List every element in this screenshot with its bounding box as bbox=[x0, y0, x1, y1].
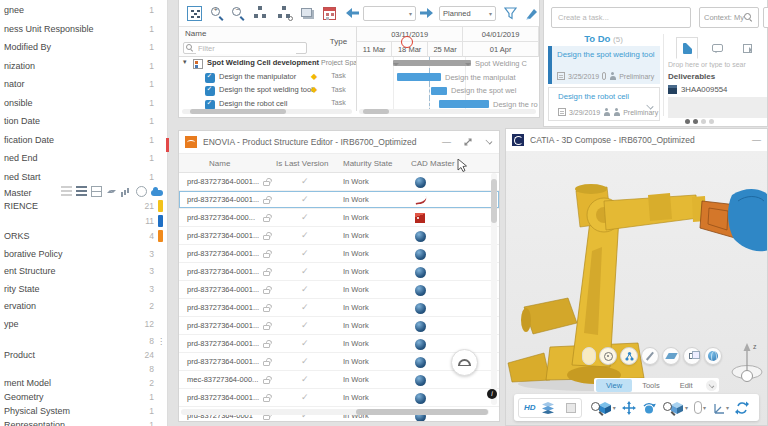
zoom-out-icon[interactable]: − bbox=[231, 6, 245, 20]
facet-row[interactable]: RIENCE 21 bbox=[0, 198, 167, 213]
update-icon[interactable] bbox=[735, 401, 749, 415]
assignees-settings-icon[interactable] bbox=[277, 6, 291, 20]
deliverable-drop-area[interactable] bbox=[668, 97, 767, 118]
overflow-kebab-icon[interactable]: ⋮ bbox=[157, 337, 165, 346]
facet-row[interactable]: onsible 1 bbox=[0, 94, 167, 113]
part-name[interactable]: prd-83727364-0001... bbox=[187, 177, 259, 186]
context-search-field[interactable]: Context: My bbox=[699, 7, 759, 28]
ghost-render-icon[interactable] bbox=[566, 403, 576, 413]
assistant-cloud-button[interactable] bbox=[451, 349, 478, 376]
table-row[interactable]: prd-83727364-000... ✓ In Work bbox=[179, 209, 499, 227]
task-title[interactable]: Design the spot welding tool bbox=[557, 50, 658, 59]
facet-row[interactable]: 11 bbox=[0, 213, 167, 228]
filter-icon[interactable] bbox=[504, 7, 517, 20]
layers-icon[interactable] bbox=[301, 7, 314, 19]
next-period-button[interactable] bbox=[420, 8, 433, 18]
section-button[interactable] bbox=[662, 347, 680, 365]
facet-row[interactable]: nator 1 bbox=[0, 75, 167, 94]
facet-row[interactable]: Geometry 1 bbox=[0, 390, 167, 404]
part-name[interactable]: prd-83727364-0001... bbox=[187, 231, 259, 240]
pagination-dot[interactable] bbox=[701, 119, 706, 124]
facet-row[interactable]: ness Unit Responsible 1 bbox=[0, 20, 167, 39]
gantt-bar[interactable] bbox=[431, 87, 447, 95]
zoom-icon[interactable] bbox=[662, 401, 664, 415]
gantt-bar[interactable] bbox=[439, 100, 489, 108]
part-name[interactable]: prd-83727364-0001... bbox=[187, 357, 259, 366]
drag-handle[interactable] bbox=[582, 347, 596, 365]
part-name[interactable]: prd-83727364-0001... bbox=[187, 339, 259, 348]
collapse-chevron-icon[interactable] bbox=[485, 138, 493, 146]
filter-input[interactable] bbox=[196, 43, 296, 54]
rotate-icon[interactable] bbox=[642, 401, 656, 415]
scrollbar-thumb[interactable] bbox=[190, 109, 286, 114]
chart-view-icon[interactable] bbox=[121, 186, 132, 197]
part-name[interactable]: prd-83727364-0001... bbox=[187, 195, 259, 204]
search-icon[interactable] bbox=[744, 13, 754, 23]
filter-field[interactable] bbox=[183, 42, 307, 54]
tab-view[interactable]: View bbox=[596, 379, 632, 392]
cloud-view-icon[interactable] bbox=[151, 190, 163, 196]
facet-row[interactable]: gnee 1 bbox=[0, 1, 167, 20]
facet-row[interactable]: rity State 3 bbox=[0, 280, 167, 298]
table-row[interactable]: prd-83727364-0001... ✓ In Work bbox=[179, 335, 499, 353]
part-name[interactable]: prd-83727364-0001... bbox=[187, 267, 259, 276]
table-row[interactable]: prd-83727364-0001... ✓ In Work bbox=[179, 281, 499, 299]
pagination-dot[interactable] bbox=[693, 119, 698, 124]
measure-button[interactable] bbox=[641, 347, 659, 365]
scrollbar-thumb[interactable] bbox=[491, 179, 497, 223]
tabs-collapse-icon[interactable] bbox=[706, 380, 717, 391]
part-name[interactable]: prd-83727364-0001... bbox=[187, 249, 259, 258]
table-row[interactable]: prd-83727364-0001... ✓ In Work bbox=[179, 227, 499, 245]
facet-row[interactable]: fication Date 1 bbox=[0, 131, 167, 150]
duplicate-button[interactable] bbox=[683, 347, 701, 365]
tab-tools[interactable]: Tools bbox=[632, 379, 670, 392]
table-row[interactable]: prd-83727364-0001... ✓ In Work bbox=[179, 317, 499, 335]
gantt-bar[interactable] bbox=[393, 60, 471, 66]
facet-row[interactable]: ment Model 2 bbox=[0, 376, 167, 390]
name-column-header[interactable]: Name bbox=[185, 29, 206, 38]
tab-edit[interactable]: Edit bbox=[670, 379, 703, 392]
table-row[interactable]: prd-83727364-0001... ✓ In Work bbox=[179, 191, 499, 209]
3d-viewport[interactable]: z View Tools Edit HD bbox=[506, 151, 767, 425]
facet-row[interactable]: ervation 2 bbox=[0, 298, 167, 316]
facet-row[interactable]: tion Date 1 bbox=[0, 112, 167, 131]
pagination-dot[interactable] bbox=[709, 119, 714, 124]
scrollbar-thumb[interactable] bbox=[363, 109, 389, 114]
assignees-tree-icon[interactable] bbox=[253, 6, 267, 20]
task-name[interactable]: Design the manipulator bbox=[219, 72, 296, 81]
minimize-button[interactable]: — bbox=[442, 137, 451, 147]
facet-row[interactable]: Representation 1 bbox=[0, 418, 167, 426]
table-row[interactable]: prd-83727364-0001... ✓ In Work bbox=[179, 173, 499, 191]
deliverable-item[interactable]: 3HAA009554 bbox=[668, 83, 767, 96]
facet-row[interactable]: Product 24 bbox=[0, 348, 167, 362]
clipped-toolbar-button[interactable] bbox=[763, 7, 768, 28]
facet-row[interactable]: nization 1 bbox=[0, 57, 167, 76]
task-title[interactable]: Design the robot cell bbox=[558, 92, 657, 101]
todo-task-card[interactable]: Design the spot welding tool 3/25/2019 P… bbox=[548, 46, 660, 84]
column-header-maturity-state[interactable]: Maturity State bbox=[343, 159, 392, 168]
environment-button[interactable] bbox=[704, 347, 722, 365]
globe-view-icon[interactable] bbox=[136, 186, 147, 197]
tab-share[interactable] bbox=[736, 37, 758, 59]
task-name[interactable]: Spot Welding Cell development bbox=[207, 58, 319, 67]
minimize-button[interactable]: — bbox=[752, 135, 761, 145]
facet-row[interactable]: Physical System 1 bbox=[0, 404, 167, 418]
expand-button[interactable] bbox=[463, 137, 473, 147]
table-row[interactable]: prd-83727364-0001... ✓ In Work bbox=[179, 263, 499, 281]
tab-deliverables[interactable] bbox=[676, 37, 698, 59]
table-view-icon[interactable] bbox=[91, 186, 102, 197]
drop-zone-hint[interactable]: Drop here or type to sear bbox=[668, 61, 765, 68]
table-row[interactable]: mec-83727364-000... ✓ In Work bbox=[179, 371, 499, 389]
timeline-scrollbar[interactable] bbox=[359, 109, 536, 114]
facet-row[interactable]: ORKS 4 bbox=[0, 228, 167, 243]
part-name[interactable]: prd-83727364-000... bbox=[187, 213, 255, 222]
table-row[interactable]: prd-83727364-0001... ✓ In Work bbox=[179, 299, 499, 317]
create-task-input[interactable] bbox=[556, 12, 686, 23]
explore-icon[interactable] bbox=[590, 401, 592, 415]
type-column-header[interactable]: Type bbox=[321, 37, 356, 46]
mode-select[interactable]: Planned ▾ bbox=[439, 6, 496, 21]
range-select[interactable]: ▾ bbox=[363, 6, 416, 21]
task-name[interactable]: Design the robot cell bbox=[219, 99, 287, 108]
table-row[interactable]: prd-83727364-0001... ✓ In Work bbox=[179, 245, 499, 263]
facet-row[interactable]: Modified By 1 bbox=[0, 38, 167, 57]
